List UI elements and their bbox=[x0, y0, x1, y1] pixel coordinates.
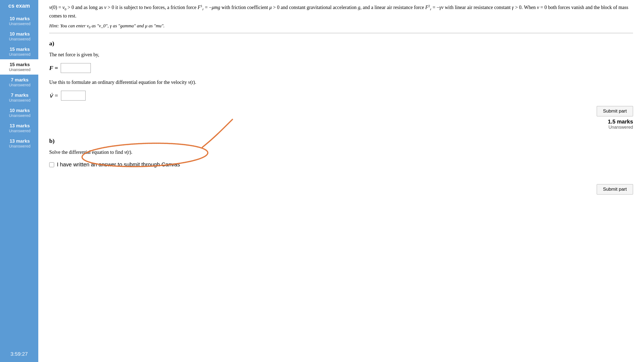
section-a-submit-row: Submit part bbox=[49, 106, 633, 116]
section-b-text1: Solve the differential equation to find … bbox=[49, 148, 633, 156]
sidebar-marks-7: 10 marks bbox=[4, 108, 35, 113]
sidebar-item-1[interactable]: 10 marks Unanswered bbox=[0, 13, 38, 29]
sidebar-status-3: Unanswered bbox=[4, 52, 35, 57]
formula-vdot-var: v̇ = bbox=[49, 92, 58, 99]
section-a-marks-status: 1.5 marks Unanswered bbox=[49, 119, 633, 130]
section-a-text2: Use this to formulate an ordinary differ… bbox=[49, 78, 633, 86]
sidebar-item-8[interactable]: 13 marks Unanswered bbox=[0, 120, 38, 136]
sidebar-status-5: Unanswered bbox=[4, 83, 35, 87]
sidebar-marks-8: 13 marks bbox=[4, 123, 35, 129]
sidebar-item-6[interactable]: 7 marks Unanswered bbox=[0, 90, 38, 105]
sidebar-marks-9: 13 marks bbox=[4, 139, 35, 144]
sidebar-status-8: Unanswered bbox=[4, 129, 35, 133]
formula-vdot-input[interactable] bbox=[61, 91, 86, 101]
sidebar-item-2[interactable]: 10 marks Unanswered bbox=[0, 29, 38, 44]
main-content: v(0) = v0 > 0 and as long as v > 0 it is… bbox=[38, 0, 644, 362]
section-b: b) Solve the differential equation to fi… bbox=[49, 130, 633, 195]
formula-vdot-row: v̇ = bbox=[49, 91, 633, 101]
sidebar-marks-6: 7 marks bbox=[4, 93, 35, 98]
canvas-checkbox[interactable] bbox=[49, 162, 54, 167]
sidebar-status-4: Unanswered bbox=[4, 67, 35, 72]
sidebar-status-1: Unanswered bbox=[4, 22, 35, 26]
sidebar-item-4[interactable]: 15 marks Unanswered bbox=[0, 59, 38, 75]
section-b-label: b) bbox=[49, 137, 633, 145]
sidebar-item-9[interactable]: 13 marks Unanswered bbox=[0, 136, 38, 151]
sidebar-status-7: Unanswered bbox=[4, 113, 35, 118]
sidebar-status-2: Unanswered bbox=[4, 37, 35, 41]
sidebar-item-7[interactable]: 10 marks Unanswered bbox=[0, 105, 38, 120]
formula-F-input[interactable] bbox=[61, 63, 91, 73]
canvas-checkbox-label: I have written an answer to submit throu… bbox=[57, 161, 180, 168]
section-a-label: a) bbox=[49, 40, 633, 47]
sidebar-status-9: Unanswered bbox=[4, 144, 35, 148]
sidebar-marks-4: 15 marks bbox=[4, 62, 35, 67]
sidebar-item-3[interactable]: 15 marks Unanswered bbox=[0, 44, 38, 59]
section-a-submit-button[interactable]: Submit part bbox=[597, 106, 633, 116]
section-b-submit-button[interactable]: Submit part bbox=[597, 184, 633, 195]
section-a: a) The net force is given by, F = Use th… bbox=[49, 33, 633, 130]
section-a-text1: The net force is given by, bbox=[49, 51, 633, 59]
formula-F-row: F = bbox=[49, 63, 633, 73]
sidebar-marks-1: 10 marks bbox=[4, 16, 35, 22]
hint-text: Hint: You can enter v0 as "v_0", γ as "g… bbox=[49, 22, 633, 30]
section-b-submit-row: Submit part bbox=[49, 184, 633, 195]
sidebar-title: cs exam bbox=[6, 3, 32, 9]
sidebar-item-5[interactable]: 7 marks Unanswered bbox=[0, 75, 38, 90]
exam-timer: 3:59:27 bbox=[0, 346, 38, 362]
section-a-marks: 1.5 marks bbox=[49, 119, 633, 125]
sidebar-marks-5: 7 marks bbox=[4, 77, 35, 83]
intro-block: v(0) = v0 > 0 and as long as v > 0 it is… bbox=[49, 0, 633, 33]
sidebar-marks-2: 10 marks bbox=[4, 31, 35, 37]
sidebar: cs exam 10 marks Unanswered 10 marks Una… bbox=[0, 0, 38, 362]
sidebar-marks-3: 15 marks bbox=[4, 47, 35, 52]
intro-text: v(0) = v0 > 0 and as long as v > 0 it is… bbox=[49, 3, 633, 20]
canvas-checkbox-row: I have written an answer to submit throu… bbox=[49, 161, 633, 168]
section-a-status: Unanswered bbox=[49, 125, 633, 130]
sidebar-status-6: Unanswered bbox=[4, 98, 35, 102]
formula-F-var: F = bbox=[49, 64, 58, 72]
